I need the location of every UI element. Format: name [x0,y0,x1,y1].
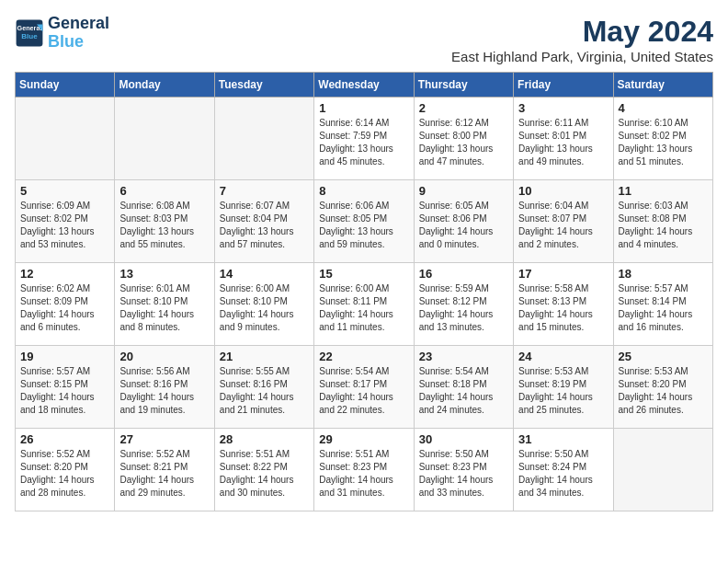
logo-text-line1: General [48,15,109,33]
logo: General Blue General Blue [15,15,109,52]
weekday-header-wednesday: Wednesday [314,73,414,98]
calendar-cell: 21Sunrise: 5:55 AM Sunset: 8:16 PM Dayli… [214,346,313,429]
day-number: 17 [518,267,608,281]
day-number: 4 [619,101,708,115]
location-title: East Highland Park, Virginia, United Sta… [451,49,713,64]
day-number: 20 [119,350,209,363]
day-info: Sunrise: 6:14 AM Sunset: 7:59 PM Dayligh… [319,117,408,168]
day-number: 8 [319,184,408,198]
day-info: Sunrise: 5:56 AM Sunset: 8:16 PM Dayligh… [119,365,209,417]
day-info: Sunrise: 5:52 AM Sunset: 8:20 PM Dayligh… [20,448,109,500]
calendar-cell: 20Sunrise: 5:56 AM Sunset: 8:16 PM Dayli… [115,346,214,429]
calendar-cell: 13Sunrise: 6:01 AM Sunset: 8:10 PM Dayli… [115,263,214,346]
calendar-cell: 15Sunrise: 6:00 AM Sunset: 8:11 PM Dayli… [314,263,414,346]
day-info: Sunrise: 6:04 AM Sunset: 8:07 PM Dayligh… [518,200,608,251]
day-number: 9 [419,184,508,198]
calendar-cell: 5Sunrise: 6:09 AM Sunset: 8:02 PM Daylig… [16,180,115,263]
calendar-cell: 23Sunrise: 5:54 AM Sunset: 8:18 PM Dayli… [414,346,513,429]
day-number: 24 [518,350,608,363]
calendar-cell: 14Sunrise: 6:00 AM Sunset: 8:10 PM Dayli… [214,263,313,346]
day-number: 10 [518,184,608,198]
day-number: 18 [619,267,708,281]
logo-text-line2: Blue [48,33,109,52]
day-info: Sunrise: 5:51 AM Sunset: 8:22 PM Dayligh… [220,448,309,500]
calendar-week-row: 19Sunrise: 5:57 AM Sunset: 8:15 PM Dayli… [16,346,713,429]
day-info: Sunrise: 6:01 AM Sunset: 8:10 PM Dayligh… [119,282,209,334]
calendar-cell [115,98,214,180]
day-number: 26 [20,432,109,446]
day-info: Sunrise: 6:08 AM Sunset: 8:03 PM Dayligh… [119,200,209,251]
day-number: 15 [319,267,408,281]
calendar-table: SundayMondayTuesdayWednesdayThursdayFrid… [15,72,713,511]
weekday-header-thursday: Thursday [414,73,513,98]
calendar-cell: 24Sunrise: 5:53 AM Sunset: 8:19 PM Dayli… [514,346,613,429]
calendar-week-row: 1Sunrise: 6:14 AM Sunset: 7:59 PM Daylig… [16,98,713,180]
day-info: Sunrise: 6:05 AM Sunset: 8:06 PM Dayligh… [419,200,508,251]
day-number: 7 [220,184,309,198]
day-info: Sunrise: 5:58 AM Sunset: 8:13 PM Dayligh… [518,282,608,334]
calendar-cell [613,429,712,511]
weekday-header-friday: Friday [514,73,613,98]
weekday-header-row: SundayMondayTuesdayWednesdayThursdayFrid… [16,73,713,98]
calendar-cell: 8Sunrise: 6:06 AM Sunset: 8:05 PM Daylig… [314,180,414,263]
day-number: 21 [220,350,309,363]
day-info: Sunrise: 6:12 AM Sunset: 8:00 PM Dayligh… [419,117,508,168]
day-number: 14 [220,267,309,281]
day-info: Sunrise: 5:57 AM Sunset: 8:14 PM Dayligh… [619,282,708,334]
day-info: Sunrise: 6:10 AM Sunset: 8:02 PM Dayligh… [619,117,708,168]
day-info: Sunrise: 6:07 AM Sunset: 8:04 PM Dayligh… [220,200,309,251]
day-number: 2 [419,101,508,115]
calendar-cell: 27Sunrise: 5:52 AM Sunset: 8:21 PM Dayli… [115,429,214,511]
calendar-cell: 30Sunrise: 5:50 AM Sunset: 8:23 PM Dayli… [414,429,513,511]
logo-icon: General Blue [15,18,44,48]
day-number: 3 [518,101,608,115]
calendar-cell: 19Sunrise: 5:57 AM Sunset: 8:15 PM Dayli… [16,346,115,429]
day-info: Sunrise: 5:51 AM Sunset: 8:23 PM Dayligh… [319,448,408,500]
day-number: 25 [619,350,708,363]
day-info: Sunrise: 6:09 AM Sunset: 8:02 PM Dayligh… [20,200,109,251]
day-number: 1 [319,101,408,115]
calendar-cell: 26Sunrise: 5:52 AM Sunset: 8:20 PM Dayli… [16,429,115,511]
calendar-cell: 7Sunrise: 6:07 AM Sunset: 8:04 PM Daylig… [214,180,313,263]
day-number: 28 [220,432,309,446]
calendar-cell: 17Sunrise: 5:58 AM Sunset: 8:13 PM Dayli… [514,263,613,346]
title-block: May 2024 East Highland Park, Virginia, U… [451,15,713,64]
day-number: 27 [119,432,209,446]
weekday-header-monday: Monday [115,73,214,98]
calendar-cell: 16Sunrise: 5:59 AM Sunset: 8:12 PM Dayli… [414,263,513,346]
day-number: 19 [20,350,109,363]
calendar-cell: 10Sunrise: 6:04 AM Sunset: 8:07 PM Dayli… [514,180,613,263]
day-info: Sunrise: 5:52 AM Sunset: 8:21 PM Dayligh… [119,448,209,500]
calendar-cell: 25Sunrise: 5:53 AM Sunset: 8:20 PM Dayli… [613,346,712,429]
calendar-cell: 3Sunrise: 6:11 AM Sunset: 8:01 PM Daylig… [514,98,613,180]
weekday-header-saturday: Saturday [613,73,712,98]
calendar-week-row: 5Sunrise: 6:09 AM Sunset: 8:02 PM Daylig… [16,180,713,263]
day-number: 11 [619,184,708,198]
day-info: Sunrise: 6:00 AM Sunset: 8:10 PM Dayligh… [220,282,309,334]
calendar-cell: 28Sunrise: 5:51 AM Sunset: 8:22 PM Dayli… [214,429,313,511]
day-number: 22 [319,350,408,363]
page-header: General Blue General Blue May 2024 East … [15,15,713,64]
calendar-cell: 12Sunrise: 6:02 AM Sunset: 8:09 PM Dayli… [16,263,115,346]
day-info: Sunrise: 5:59 AM Sunset: 8:12 PM Dayligh… [419,282,508,334]
calendar-cell: 9Sunrise: 6:05 AM Sunset: 8:06 PM Daylig… [414,180,513,263]
calendar-cell: 18Sunrise: 5:57 AM Sunset: 8:14 PM Dayli… [613,263,712,346]
day-info: Sunrise: 6:11 AM Sunset: 8:01 PM Dayligh… [518,117,608,168]
day-info: Sunrise: 5:50 AM Sunset: 8:23 PM Dayligh… [419,448,508,500]
calendar-cell: 1Sunrise: 6:14 AM Sunset: 7:59 PM Daylig… [314,98,414,180]
calendar-week-row: 26Sunrise: 5:52 AM Sunset: 8:20 PM Dayli… [16,429,713,511]
calendar-cell: 11Sunrise: 6:03 AM Sunset: 8:08 PM Dayli… [613,180,712,263]
calendar-cell [214,98,313,180]
day-info: Sunrise: 6:06 AM Sunset: 8:05 PM Dayligh… [319,200,408,251]
calendar-cell: 6Sunrise: 6:08 AM Sunset: 8:03 PM Daylig… [115,180,214,263]
calendar-cell: 31Sunrise: 5:50 AM Sunset: 8:24 PM Dayli… [514,429,613,511]
day-number: 5 [20,184,109,198]
day-number: 30 [419,432,508,446]
month-title: May 2024 [451,15,713,49]
day-info: Sunrise: 6:02 AM Sunset: 8:09 PM Dayligh… [20,282,109,334]
day-number: 13 [119,267,209,281]
calendar-cell: 22Sunrise: 5:54 AM Sunset: 8:17 PM Dayli… [314,346,414,429]
day-info: Sunrise: 5:55 AM Sunset: 8:16 PM Dayligh… [220,365,309,417]
day-number: 29 [319,432,408,446]
day-number: 16 [419,267,508,281]
